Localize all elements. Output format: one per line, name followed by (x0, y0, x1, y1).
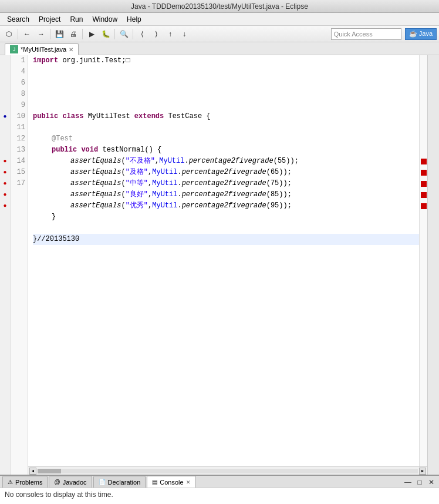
ruler-mark-10 (420, 156, 427, 167)
overview-ruler (419, 55, 427, 466)
ln-4: 4 (11, 66, 25, 78)
line-6: public class MyUtilTest extends TestCase… (33, 111, 419, 122)
ruler-mark-1 (420, 55, 427, 66)
h-scroll-thumb[interactable] (38, 469, 61, 473)
bottom-panel-actions: — □ ✕ (403, 477, 439, 488)
next-btn[interactable]: ⟩ (150, 28, 163, 41)
error-mark-12 (421, 181, 427, 187)
editor-main: ● ● ● ● ● ● 1 4 6 8 9 10 11 1 (0, 55, 439, 475)
panel-close-btn[interactable]: ✕ (426, 477, 437, 488)
h-scroll-track[interactable] (38, 469, 418, 473)
tab-console-close[interactable]: ✕ (186, 479, 191, 485)
bp-3 (0, 78, 10, 89)
editor-tab-bar: J *MyUtilTest.java ✕ (0, 42, 439, 55)
panel-maximize-btn[interactable]: □ (414, 477, 425, 488)
code-scroll-area[interactable]: import org.junit.Test;□ public class MyU… (28, 55, 427, 466)
toolbar: ⬡ ← → 💾 🖨 ▶ 🐛 🔍 ⟨ ⟩ ↑ ↓ Quick Access ☕ J… (0, 26, 439, 42)
sep3 (82, 29, 83, 39)
tab-declaration[interactable]: 📄 Declaration (93, 476, 146, 488)
tab-problems[interactable]: ⚠ Problems (2, 476, 48, 488)
file-tab[interactable]: J *MyUtilTest.java ✕ (5, 43, 79, 55)
quick-access[interactable]: Quick Access (331, 28, 401, 40)
print-btn[interactable]: 🖨 (67, 28, 80, 41)
bp-17 (0, 234, 10, 245)
line-1: import org.junit.Test;□ (33, 55, 419, 66)
save-btn[interactable]: 💾 (53, 28, 66, 41)
line-15: } (33, 211, 419, 223)
ruler-mark-6 (420, 111, 427, 122)
ln-8: 8 (11, 89, 25, 100)
bottom-tab-bar: ⚠ Problems @ Javadoc 📄 Declaration ▤ Con… (0, 476, 439, 488)
menu-run[interactable]: Run (65, 14, 87, 25)
bp-15 (0, 211, 10, 223)
bp-18 (0, 245, 10, 256)
ln-1: 1 (11, 55, 25, 66)
ruler-mark-5 (420, 100, 427, 111)
panel-minimize-btn[interactable]: — (403, 477, 413, 488)
tab-console-label: Console (160, 479, 183, 486)
bp-9 (0, 145, 10, 156)
new-btn[interactable]: ⬡ (2, 28, 15, 41)
ruler-mark-4 (420, 89, 427, 100)
run-btn[interactable]: ▶ (85, 28, 98, 41)
sep4 (114, 29, 115, 39)
menu-search[interactable]: Search (2, 14, 34, 25)
menu-help[interactable]: Help (122, 14, 146, 25)
menu-window[interactable]: Window (87, 14, 122, 25)
java-file-icon: J (10, 45, 18, 53)
ln-11: 11 (11, 122, 25, 133)
back-btn[interactable]: ← (21, 28, 33, 41)
bottom-panel: ⚠ Problems @ Javadoc 📄 Declaration ▤ Con… (0, 475, 439, 504)
ruler-mark-14 (420, 200, 427, 211)
h-scroll-right[interactable]: ▸ (419, 468, 426, 475)
error-mark-10 (421, 159, 427, 164)
right-collapsed-panel (427, 55, 439, 475)
ln-13: 13 (11, 145, 25, 156)
ln-14: 14 (11, 156, 25, 167)
sep2 (50, 29, 50, 39)
line-11: assertEquals("及格",MyUtil.percentage2five… (33, 167, 419, 178)
ln-10: 10 (11, 111, 25, 122)
quick-access-label: Quick Access (334, 31, 373, 38)
menu-project[interactable]: Project (34, 14, 65, 25)
search-btn[interactable]: 🔍 (117, 28, 130, 41)
bp-4 (0, 89, 10, 100)
bp-16 (0, 223, 10, 234)
menu-bar: Search Project Run Window Help (0, 13, 439, 26)
code-editor[interactable]: import org.junit.Test;□ public class MyU… (28, 55, 419, 466)
down-btn[interactable]: ↓ (178, 28, 191, 41)
h-scroll-left[interactable]: ◂ (29, 468, 36, 475)
tab-problems-label: Problems (15, 479, 42, 486)
line-2 (33, 66, 419, 78)
line-12: assertEquals("中等",MyUtil.percentage2five… (33, 178, 419, 189)
forward-btn[interactable]: → (35, 28, 48, 41)
ruler-mark-7 (420, 122, 427, 133)
ln-15: 15 (11, 167, 25, 178)
ruler-mark-3 (420, 78, 427, 89)
editor-wrapper: ● ● ● ● ● ● 1 4 6 8 9 10 11 1 (0, 55, 439, 504)
bp-14: ● (0, 200, 10, 211)
debug-btn[interactable]: 🐛 (99, 28, 112, 41)
tab-console[interactable]: ▤ Console ✕ (147, 476, 195, 488)
h-scrollbar[interactable]: ◂ ▸ (28, 466, 427, 475)
bp-1 (0, 55, 10, 66)
line-16 (33, 223, 419, 234)
java-perspective-btn[interactable]: ☕ Java (405, 28, 437, 40)
prev-btn[interactable]: ⟨ (136, 28, 148, 41)
up-btn[interactable]: ↑ (164, 28, 177, 41)
tab-close-btn[interactable]: ✕ (69, 46, 73, 53)
sep1 (18, 29, 18, 39)
bp-2 (0, 66, 10, 78)
error-mark-13 (421, 192, 427, 198)
tab-javadoc[interactable]: @ Javadoc (49, 476, 92, 488)
bp-8 (0, 133, 10, 145)
ln-17: 17 (11, 178, 25, 189)
error-mark-14 (421, 203, 427, 209)
ln-12: 12 (11, 133, 25, 145)
console-content: No consoles to display at this time. (0, 488, 439, 504)
ruler-mark-12 (420, 178, 427, 189)
javadoc-icon: @ (54, 479, 60, 485)
bp-5 (0, 100, 10, 111)
bp-6: ● (0, 111, 10, 122)
kw-import: import (33, 55, 62, 66)
